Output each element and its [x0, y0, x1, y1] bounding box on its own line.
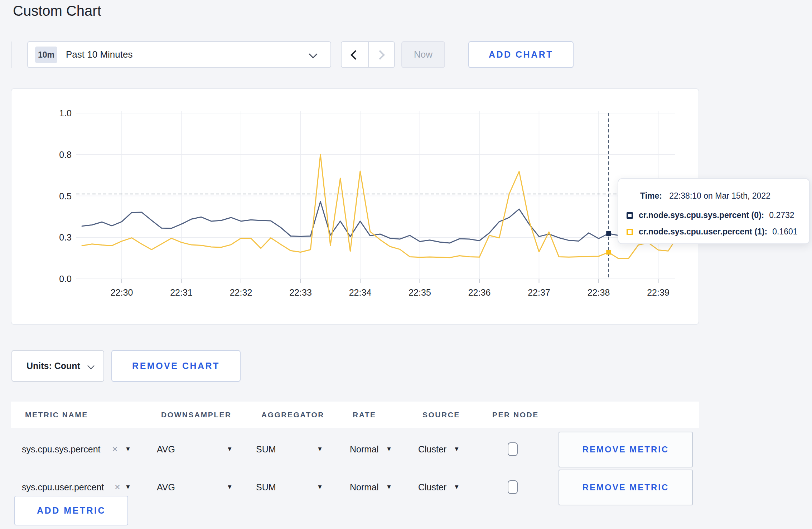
- svg-text:22:39: 22:39: [647, 287, 670, 297]
- remove-metric-button[interactable]: REMOVE METRIC: [559, 432, 693, 467]
- svg-text:22:35: 22:35: [409, 287, 431, 297]
- svg-text:0.0: 0.0: [59, 274, 72, 284]
- aggregator-select[interactable]: SUM: [256, 429, 276, 469]
- col-header-metric-name: METRIC NAME: [25, 402, 88, 428]
- page-title: Custom Chart: [13, 1, 101, 21]
- chevron-down-icon: [87, 362, 95, 369]
- tooltip-series-label: cr.node.sys.cpu.user.percent (1):: [639, 227, 767, 236]
- chevron-left-icon: [351, 50, 360, 60]
- metrics-table-header: METRIC NAME DOWNSAMPLER AGGREGATOR RATE …: [11, 402, 699, 428]
- chevron-down-icon: [309, 50, 317, 58]
- toolbar-divider: [11, 42, 11, 68]
- tooltip-time-label: Time:: [640, 191, 662, 200]
- tooltip-time-row: Time: 22:38:10 on Mar 15th, 2022: [640, 190, 770, 201]
- col-header-downsampler: DOWNSAMPLER: [161, 402, 232, 428]
- chevron-right-icon: [375, 50, 385, 60]
- svg-text:22:30: 22:30: [111, 287, 133, 297]
- svg-text:22:37: 22:37: [528, 287, 550, 297]
- source-select[interactable]: Cluster: [418, 467, 446, 507]
- now-button[interactable]: Now: [401, 41, 445, 68]
- source-select[interactable]: Cluster: [418, 429, 446, 469]
- units-dropdown[interactable]: Units: Count: [11, 350, 104, 382]
- remove-chart-button[interactable]: REMOVE CHART: [111, 350, 241, 382]
- per-node-checkbox[interactable]: [508, 442, 518, 456]
- prev-range-button[interactable]: [342, 42, 369, 67]
- tooltip-series-row: cr.node.sys.cpu.user.percent (1):0.1601: [627, 226, 798, 237]
- time-nav-arrows: [341, 41, 395, 68]
- rate-select[interactable]: Normal: [350, 429, 379, 469]
- metric-name-select[interactable]: sys.cpu.sys.percent: [22, 429, 101, 469]
- tooltip-series-value: 0.1601: [772, 227, 797, 236]
- custom-chart-plot[interactable]: 0.00.30.50.81.022:3022:3122:3222:3322:34…: [11, 88, 699, 325]
- caret-down-icon[interactable]: ▼: [454, 429, 460, 469]
- svg-text:1.0: 1.0: [59, 108, 72, 118]
- svg-text:0.5: 0.5: [59, 191, 72, 201]
- clear-metric-icon[interactable]: ×: [112, 429, 118, 469]
- svg-text:22:36: 22:36: [468, 287, 491, 297]
- next-range-button[interactable]: [369, 42, 395, 67]
- caret-down-icon[interactable]: ▼: [454, 467, 460, 507]
- time-range-badge: 10m: [35, 47, 57, 63]
- svg-text:22:34: 22:34: [349, 287, 372, 297]
- remove-metric-button[interactable]: REMOVE METRIC: [559, 470, 693, 505]
- chart-tooltip: Time: 22:38:10 on Mar 15th, 2022 cr.node…: [618, 178, 810, 244]
- svg-text:22:32: 22:32: [230, 287, 252, 297]
- units-label: Units: Count: [26, 351, 80, 381]
- svg-text:22:38: 22:38: [588, 287, 610, 297]
- add-chart-button[interactable]: ADD CHART: [468, 41, 574, 68]
- tooltip-series-row: cr.node.sys.cpu.sys.percent (0):0.2732: [627, 210, 794, 220]
- svg-text:0.8: 0.8: [59, 150, 72, 160]
- caret-down-icon[interactable]: ▼: [317, 467, 323, 507]
- time-range-label: Past 10 Minutes: [66, 42, 132, 67]
- svg-text:22:33: 22:33: [289, 287, 312, 297]
- downsampler-select[interactable]: AVG: [157, 467, 175, 507]
- col-header-rate: RATE: [353, 402, 376, 428]
- per-node-checkbox[interactable]: [508, 480, 518, 494]
- tooltip-series-value: 0.2732: [769, 210, 794, 220]
- metric-row: sys.cpu.sys.percent × ▼ AVG ▼ SUM ▼ Norm…: [11, 429, 699, 469]
- caret-down-icon[interactable]: ▼: [386, 467, 392, 507]
- tooltip-series-label: cr.node.sys.cpu.sys.percent (0):: [639, 210, 764, 220]
- svg-text:0.3: 0.3: [59, 232, 72, 242]
- time-range-selector[interactable]: 10m Past 10 Minutes: [27, 41, 331, 68]
- caret-down-icon[interactable]: ▼: [317, 429, 323, 469]
- svg-text:22:31: 22:31: [170, 287, 193, 297]
- series-swatch-icon: [627, 212, 633, 219]
- caret-down-icon[interactable]: ▼: [227, 467, 233, 507]
- series-swatch-icon: [627, 229, 633, 235]
- col-header-source: SOURCE: [422, 402, 460, 428]
- col-header-aggregator: AGGREGATOR: [261, 402, 324, 428]
- add-metric-button[interactable]: ADD METRIC: [14, 496, 128, 525]
- caret-down-icon[interactable]: ▼: [125, 429, 131, 469]
- caret-down-icon[interactable]: ▼: [227, 429, 233, 469]
- caret-down-icon[interactable]: ▼: [386, 429, 392, 469]
- col-header-per-node: PER NODE: [492, 402, 539, 428]
- rate-select[interactable]: Normal: [350, 467, 379, 507]
- downsampler-select[interactable]: AVG: [157, 429, 175, 469]
- tooltip-time-value: 22:38:10 on Mar 15th, 2022: [669, 191, 770, 200]
- aggregator-select[interactable]: SUM: [256, 467, 276, 507]
